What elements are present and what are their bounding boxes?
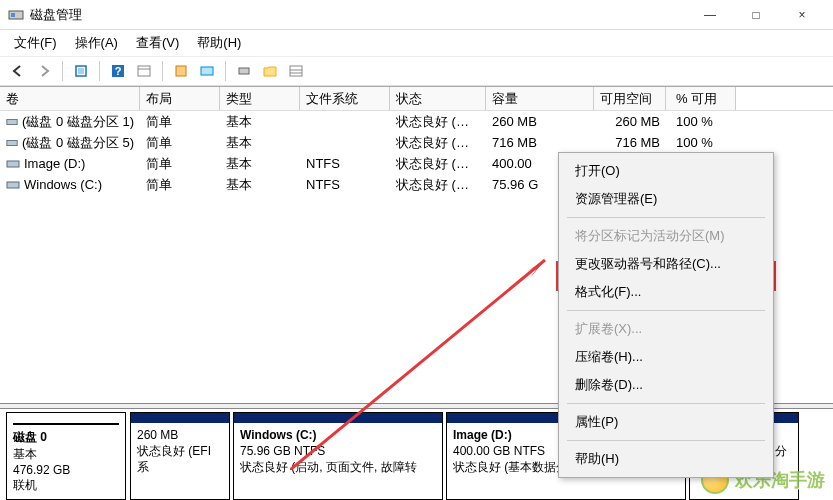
cell-fs — [300, 121, 390, 123]
cell-percent: 100 % — [666, 113, 736, 130]
menu-view[interactable]: 查看(V) — [128, 31, 187, 55]
action-icon[interactable] — [195, 59, 219, 83]
svg-rect-1 — [11, 13, 15, 17]
partition-size: 260 MB — [137, 427, 223, 443]
separator — [567, 310, 765, 311]
table-row[interactable]: (磁盘 0 磁盘分区 1)简单基本状态良好 (…260 MB260 MB100 … — [0, 111, 833, 132]
refresh-icon[interactable] — [69, 59, 93, 83]
ctx-help[interactable]: 帮助(H) — [561, 445, 771, 473]
cell-layout: 简单 — [140, 112, 220, 132]
disk-info[interactable]: 磁盘 0 基本 476.92 GB 联机 — [6, 412, 126, 500]
separator — [62, 61, 63, 81]
cell-volume: Windows (C:) — [0, 176, 140, 193]
cell-type: 基本 — [220, 175, 300, 195]
window-title: 磁盘管理 — [30, 6, 687, 24]
table-row[interactable]: (磁盘 0 磁盘分区 5)简单基本状态良好 (…716 MB716 MB100 … — [0, 132, 833, 153]
separator — [99, 61, 100, 81]
ctx-change-drive[interactable]: 更改驱动器号和路径(C)... — [561, 250, 771, 278]
col-percent[interactable]: % 可用 — [666, 87, 736, 110]
ctx-properties[interactable]: 属性(P) — [561, 408, 771, 436]
ctx-format[interactable]: 格式化(F)... — [561, 278, 771, 306]
svg-rect-15 — [7, 140, 17, 145]
folder-icon[interactable] — [258, 59, 282, 83]
titlebar: 磁盘管理 — □ × — [0, 0, 833, 30]
cell-volume: (磁盘 0 磁盘分区 5) — [0, 133, 140, 153]
cell-status: 状态良好 (… — [390, 133, 486, 153]
view-icon[interactable] — [132, 59, 156, 83]
svg-rect-9 — [201, 67, 213, 75]
ctx-delete[interactable]: 删除卷(D)... — [561, 371, 771, 399]
col-filesystem[interactable]: 文件系统 — [300, 87, 390, 110]
svg-rect-16 — [7, 161, 19, 167]
disk-status: 联机 — [13, 477, 119, 494]
cell-capacity: 716 MB — [486, 134, 594, 151]
cell-type: 基本 — [220, 154, 300, 174]
cell-free: 716 MB — [594, 134, 666, 151]
svg-rect-8 — [176, 66, 186, 76]
close-button[interactable]: × — [779, 0, 825, 30]
ctx-extend: 扩展卷(X)... — [561, 315, 771, 343]
partition-size: 75.96 GB NTFS — [240, 443, 436, 459]
cell-fs — [300, 142, 390, 144]
menu-help[interactable]: 帮助(H) — [189, 31, 249, 55]
svg-text:?: ? — [115, 65, 122, 77]
col-status[interactable]: 状态 — [390, 87, 486, 110]
partition-block[interactable]: 260 MB状态良好 (EFI 系 — [130, 412, 230, 500]
ctx-open[interactable]: 打开(O) — [561, 157, 771, 185]
forward-button[interactable] — [32, 59, 56, 83]
settings-icon[interactable] — [169, 59, 193, 83]
volume-icon — [6, 137, 18, 149]
svg-rect-6 — [138, 66, 150, 76]
disk-icon[interactable] — [232, 59, 256, 83]
cell-type: 基本 — [220, 133, 300, 153]
table-header: 卷 布局 类型 文件系统 状态 容量 可用空间 % 可用 — [0, 87, 833, 111]
separator — [225, 61, 226, 81]
partition-status: 状态良好 (EFI 系 — [137, 443, 223, 475]
col-capacity[interactable]: 容量 — [486, 87, 594, 110]
ctx-shrink[interactable]: 压缩卷(H)... — [561, 343, 771, 371]
separator — [567, 403, 765, 404]
help-icon[interactable]: ? — [106, 59, 130, 83]
separator — [567, 440, 765, 441]
disk-name: 磁盘 0 — [13, 429, 119, 446]
cell-layout: 简单 — [140, 133, 220, 153]
partition-title: Windows (C:) — [240, 427, 436, 443]
menubar: 文件(F) 操作(A) 查看(V) 帮助(H) — [0, 30, 833, 56]
ctx-explorer[interactable]: 资源管理器(E) — [561, 185, 771, 213]
cell-volume: Image (D:) — [0, 155, 140, 172]
col-type[interactable]: 类型 — [220, 87, 300, 110]
cell-layout: 简单 — [140, 175, 220, 195]
separator — [162, 61, 163, 81]
svg-rect-17 — [7, 182, 19, 188]
svg-marker-19 — [526, 260, 545, 278]
cell-type: 基本 — [220, 112, 300, 132]
col-free[interactable]: 可用空间 — [594, 87, 666, 110]
partition-block[interactable]: Windows (C:)75.96 GB NTFS状态良好 (启动, 页面文件,… — [233, 412, 443, 500]
volume-icon — [6, 158, 20, 170]
cell-free: 260 MB — [594, 113, 666, 130]
menu-action[interactable]: 操作(A) — [67, 31, 126, 55]
context-menu: 打开(O) 资源管理器(E) 将分区标记为活动分区(M) 更改驱动器号和路径(C… — [558, 152, 774, 478]
app-icon — [8, 7, 24, 23]
separator — [567, 217, 765, 218]
volume-icon — [6, 179, 20, 191]
svg-rect-11 — [290, 66, 302, 76]
partition-status: 状态良好 (启动, 页面文件, 故障转 — [240, 459, 436, 475]
minimize-button[interactable]: — — [687, 0, 733, 30]
disk-type: 基本 — [13, 446, 119, 463]
back-button[interactable] — [6, 59, 30, 83]
cell-layout: 简单 — [140, 154, 220, 174]
col-layout[interactable]: 布局 — [140, 87, 220, 110]
cell-volume: (磁盘 0 磁盘分区 1) — [0, 112, 140, 132]
disk-size: 476.92 GB — [13, 463, 119, 477]
volume-icon — [6, 116, 18, 128]
toolbar: ? — [0, 56, 833, 86]
col-volume[interactable]: 卷 — [0, 87, 140, 110]
cell-status: 状态良好 (… — [390, 154, 486, 174]
svg-rect-3 — [78, 68, 84, 74]
menu-file[interactable]: 文件(F) — [6, 31, 65, 55]
ctx-mark-active: 将分区标记为活动分区(M) — [561, 222, 771, 250]
svg-rect-14 — [7, 119, 17, 124]
maximize-button[interactable]: □ — [733, 0, 779, 30]
list-icon[interactable] — [284, 59, 308, 83]
